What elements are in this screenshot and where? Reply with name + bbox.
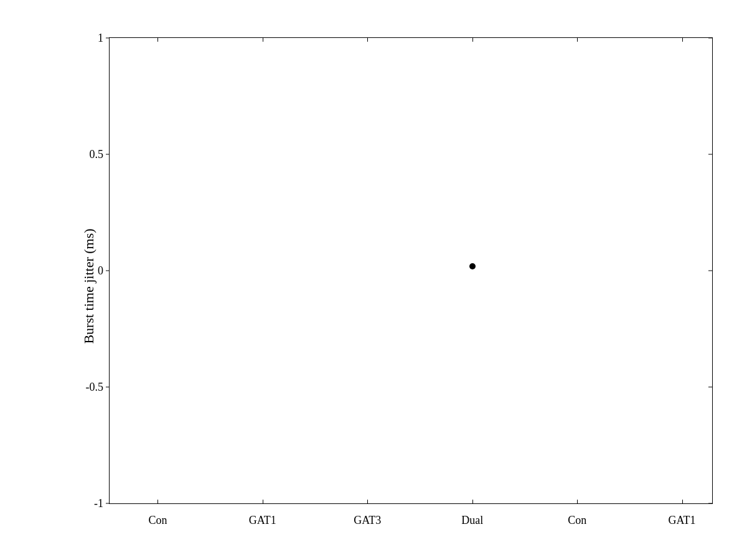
y-tick-line [106,154,110,155]
y-tick: -1 [78,497,110,510]
y-tick-label: 1 [78,32,103,45]
y-tick-label: -0.5 [78,381,103,394]
y-tick: 1 [78,32,110,45]
y-axis-label: Burst time jitter (ms) [81,228,97,343]
x-tick-top [157,38,158,42]
y-tick-line [106,387,110,388]
x-axis-label: Con [568,514,586,527]
y-tick: 0.5 [78,148,110,161]
y-tick-label: 0 [78,264,103,278]
x-tick-bottom [263,500,263,503]
x-tick-bottom [157,500,158,503]
y-tick-line [106,38,110,39]
x-tick-top [577,38,578,42]
x-axis-label: Con [148,514,167,527]
y-tick-label: -1 [78,497,103,510]
y-tick-line [106,503,110,504]
x-axis-label: GAT1 [249,514,276,527]
x-axis-label: Dual [461,514,483,527]
y-tick-right [708,503,712,504]
y-tick: -0.5 [78,381,110,394]
y-tick-right [708,154,712,155]
plot-area: 10.50-0.5-1ConGAT1GAT3DualConGAT1 [109,37,713,504]
y-tick: 0 [78,264,110,278]
x-tick-top [472,38,473,42]
x-axis-label: GAT1 [669,514,696,527]
chart-container: Burst time jitter (ms) 10.50-0.5-1ConGAT… [0,0,747,560]
chart-wrapper: Burst time jitter (ms) 10.50-0.5-1ConGAT… [65,31,719,541]
y-tick-right [708,387,712,388]
data-point [469,263,476,269]
x-tick-top [263,38,263,42]
y-tick-label: 0.5 [78,148,103,161]
x-tick-bottom [472,500,473,503]
x-tick-top [682,38,683,42]
y-tick-line [106,271,110,271]
x-tick-bottom [367,500,368,503]
x-axis-label: GAT3 [354,514,381,527]
x-tick-top [367,38,368,42]
y-tick-right [708,271,712,271]
x-tick-bottom [577,500,578,503]
x-tick-bottom [682,500,683,503]
y-tick-right [708,38,712,39]
